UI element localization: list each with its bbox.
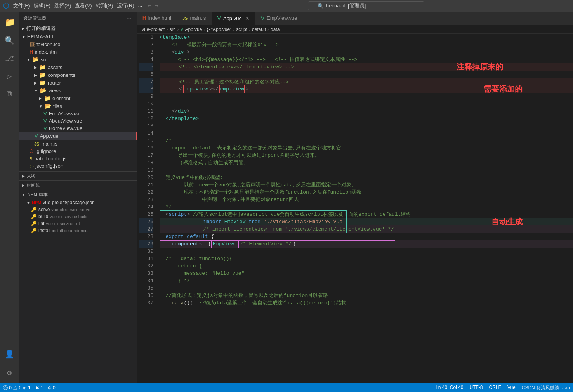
appvue-vue-icon: V xyxy=(35,133,38,139)
folder-assets[interactable]: ▶ 📁 assets xyxy=(19,63,137,71)
code-line-11: </div> xyxy=(160,108,573,115)
jsconfig-icon: { } xyxy=(30,164,33,168)
element-name: element xyxy=(52,95,70,101)
npm-build[interactable]: 🔑 build vue-cli-service build xyxy=(19,213,137,220)
activity-account[interactable]: 👤 xyxy=(2,346,17,362)
status-position[interactable]: Ln 40, Col 40 xyxy=(436,385,463,391)
folder-element[interactable]: ▶ 📁 element xyxy=(19,94,137,102)
activity-bar: 📁 🔍 ⎇ ▷ ⧉ 👤 ⚙ xyxy=(0,12,19,383)
breadcrumb-appvue[interactable]: App.vue xyxy=(185,27,202,32)
tab-empview-vue[interactable]: V EmpView.vue xyxy=(255,12,303,25)
npm-lint[interactable]: 🔑 lint vue-cli-service lint xyxy=(19,220,137,227)
file-babel[interactable]: B babel.config.js xyxy=(19,155,137,162)
menu-file[interactable]: 文件(F) xyxy=(13,2,30,9)
babel-icon: B xyxy=(30,156,32,161)
tab-main-js[interactable]: JS main.js xyxy=(177,12,212,25)
activity-explorer[interactable]: 📁 xyxy=(2,15,17,30)
open-editors-arrow: ▶ xyxy=(22,26,25,31)
components-name: components xyxy=(48,72,75,78)
file-mainjs[interactable]: JS main.js xyxy=(19,140,137,147)
breadcrumb-script[interactable]: script xyxy=(236,27,247,32)
file-gitignore[interactable]: ⬡ .gitignore xyxy=(19,147,137,155)
folder-views[interactable]: ▼ 📂 views xyxy=(19,87,137,94)
folder-src[interactable]: ▼ 📂 src xyxy=(19,56,137,63)
file-favicon[interactable]: 🖼 favicon.ico xyxy=(19,41,137,48)
nav-back[interactable]: ← xyxy=(148,2,151,9)
empview-name: EmpView.vue xyxy=(49,111,80,116)
menu-goto[interactable]: 转到(G) xyxy=(96,2,113,9)
breadcrumb-project[interactable]: vue-project xyxy=(142,27,165,32)
project-name: HEIMA-ALL xyxy=(27,34,55,40)
vue-tab-icon: V xyxy=(217,15,221,21)
activity-extensions[interactable]: ⧉ xyxy=(2,86,17,102)
status-errors[interactable]: ✖ 1 xyxy=(35,385,43,390)
breadcrumb-default[interactable]: default xyxy=(252,27,266,32)
code-line-17: 导出一个模块,在别的地方才可以通过import关键字导入进来。 xyxy=(160,152,573,159)
html-tab-label: index.html xyxy=(148,15,171,21)
activity-search[interactable]: 🔍 xyxy=(2,33,17,48)
status-lang[interactable]: Vue xyxy=(507,385,516,391)
npm-arrow: ▼ xyxy=(22,193,26,197)
breadcrumb-data[interactable]: data xyxy=(271,27,280,32)
breadcrumb-src[interactable]: src xyxy=(169,27,175,32)
code-content[interactable]: <template> <!-- 模版部分一般需要有一对跟标签div --> <d… xyxy=(156,34,573,383)
file-appvue[interactable]: V App.vue xyxy=(19,132,137,140)
status-eol[interactable]: CRLF xyxy=(489,385,501,391)
folder-components[interactable]: ▶ 📁 components xyxy=(19,71,137,79)
status-git[interactable]: ⓪ 0 △ 0 ⊕ 1 xyxy=(3,385,31,391)
homeview-vue-icon: V xyxy=(43,125,47,131)
status-encoding[interactable]: UTF-8 xyxy=(470,385,483,391)
element-arrow: ▶ xyxy=(39,96,42,101)
outline-section[interactable]: ▶ 大纲 xyxy=(19,171,137,180)
sidebar-header-icons: ··· xyxy=(127,15,132,21)
tab-close-icon[interactable]: ✕ xyxy=(245,15,250,21)
breadcrumb-sep4: › xyxy=(233,27,234,32)
components-arrow: ▶ xyxy=(34,73,37,77)
code-line-12: </template> xyxy=(160,115,573,122)
file-homeview[interactable]: V HomeView.vue xyxy=(19,125,137,132)
file-index-html[interactable]: H index.html xyxy=(19,48,137,56)
tab-bar: H index.html JS main.js V App.vue ✕ V Em… xyxy=(137,12,573,25)
folder-router[interactable]: ▶ 📁 router xyxy=(19,79,137,87)
menu-more[interactable]: ··· xyxy=(138,3,142,9)
npm-install-cmd: install dependenci... xyxy=(52,228,90,233)
menu-edit[interactable]: 编辑(E) xyxy=(34,2,50,9)
code-line-20: 定义vue当中的数据模型: xyxy=(160,174,573,181)
sidebar-title: 资源管理器 xyxy=(23,15,46,21)
open-editors-section[interactable]: ▶ 打开的编辑器 xyxy=(19,24,137,33)
menu-select[interactable]: 选择(S) xyxy=(54,2,71,9)
menu-view[interactable]: 查看(V) xyxy=(75,2,92,9)
favicon-icon: 🖼 xyxy=(30,42,35,47)
project-header[interactable]: ▼ HEIMA-ALL xyxy=(19,33,137,41)
code-line-19 xyxy=(160,167,573,174)
file-aboutview[interactable]: V AboutView.vue xyxy=(19,117,137,125)
search-box[interactable]: 🔍 heima-all [管理员] xyxy=(308,1,424,10)
line-numbers: 1 2 3 4 5 6 7 8 9 10 11 12 13 14 15 16 1… xyxy=(137,34,156,383)
src-arrow: ▼ xyxy=(26,57,30,62)
mainjs-name: main.js xyxy=(41,141,57,147)
tab-index-html[interactable]: H index.html xyxy=(137,12,177,25)
code-line-24: */ xyxy=(160,203,573,211)
file-empview[interactable]: V EmpView.vue xyxy=(19,110,137,117)
timeline-section[interactable]: ▶ 时间线 xyxy=(19,180,137,190)
breadcrumb-obj[interactable]: {} "App.vue" xyxy=(207,27,231,32)
tab-app-vue[interactable]: V App.vue ✕ xyxy=(212,12,255,25)
activity-run[interactable]: ▷ xyxy=(2,68,17,84)
git-icon: ⬡ xyxy=(30,149,33,154)
file-jsconfig[interactable]: { } jsconfig.json xyxy=(19,162,137,170)
npm-section-header[interactable]: ▼ NPM 脚本 xyxy=(19,190,137,199)
empview-tab-label: EmpView.vue xyxy=(267,15,297,21)
babel-name: babel.config.js xyxy=(34,156,66,161)
status-warnings[interactable]: ⊘ 0 xyxy=(48,385,56,390)
router-arrow: ▶ xyxy=(34,81,37,85)
element-folder-icon: 📁 xyxy=(44,95,50,101)
menu-run[interactable]: 运行(R) xyxy=(117,2,134,9)
npm-install[interactable]: 🔑 install install dependenci... xyxy=(19,227,137,234)
activity-settings[interactable]: ⚙ xyxy=(2,365,17,380)
npm-serve[interactable]: 🔑 serve vue-cli-service serve xyxy=(19,206,137,213)
nav-forward[interactable]: → xyxy=(155,2,158,9)
views-folder-icon: 📂 xyxy=(40,87,47,94)
folder-tlias[interactable]: ▼ 📂 tlias xyxy=(19,102,137,110)
code-line-4: <!-- <h1>{{message}}</h1> --> <!-- 插值表达式… xyxy=(160,56,573,63)
activity-git[interactable]: ⎇ xyxy=(2,50,17,66)
